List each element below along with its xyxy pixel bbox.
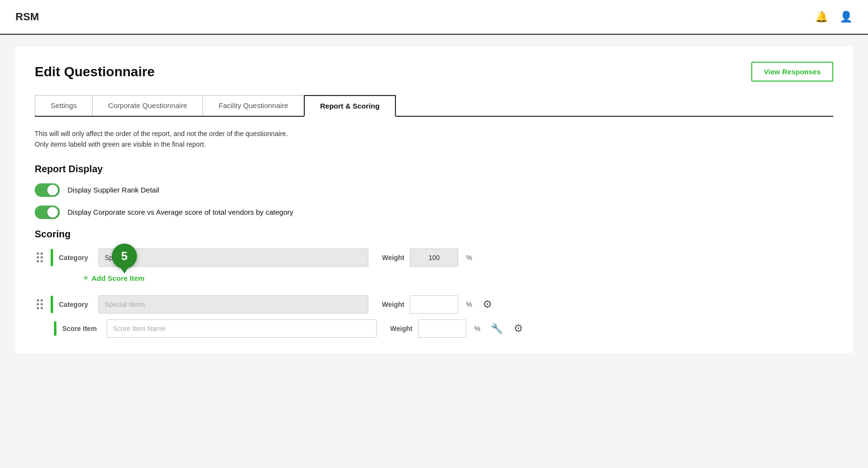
drag-dot <box>37 256 39 259</box>
tabs-container: Settings Corporate Questionnaire Facilit… <box>35 95 833 117</box>
weight-label-2: Weight <box>382 301 404 308</box>
score-weight-input[interactable] <box>418 319 466 338</box>
page-title: Edit Questionnaire <box>35 64 155 80</box>
drag-dot <box>37 303 39 305</box>
user-icon[interactable]: 👤 <box>840 11 853 23</box>
scoring-section: Scoring Category Weight <box>35 229 833 338</box>
report-display-title: Report Display <box>35 164 833 175</box>
toggle-track-2 <box>35 206 60 219</box>
drag-dot <box>37 252 39 255</box>
drag-dot <box>37 260 39 262</box>
main-content: Edit Questionnaire View Responses Settin… <box>15 46 853 353</box>
category-input-1[interactable] <box>98 248 368 267</box>
category-label-1: Category <box>59 254 93 262</box>
top-nav: RSM 🔔 👤 <box>0 0 868 35</box>
drag-dot <box>41 260 43 262</box>
nav-icons: 🔔 👤 <box>815 11 853 23</box>
toggle-label-2: Display Corporate score vs Average score… <box>68 208 293 216</box>
tab-settings[interactable]: Settings <box>35 95 93 116</box>
toggle-corporate-score[interactable] <box>35 206 60 219</box>
add-score-item-button[interactable]: + Add Score Item <box>83 273 145 284</box>
drag-dot <box>41 252 43 255</box>
drag-dot <box>37 299 39 302</box>
toggle-row-2: Display Corporate score vs Average score… <box>35 206 833 219</box>
toggle-track-1 <box>35 183 60 197</box>
score-item-input[interactable] <box>107 319 377 338</box>
category-row-2: Category Weight % ⚙ <box>35 295 833 314</box>
wrench-icon[interactable]: 🔧 <box>491 323 503 334</box>
green-bar-score <box>54 321 56 336</box>
tab-corporate-questionnaire[interactable]: Corporate Questionnaire <box>92 95 203 116</box>
brand-logo: RSM <box>15 11 815 23</box>
drag-handle-1[interactable] <box>35 250 45 264</box>
report-display-section: Report Display Display Supplier Rank Det… <box>35 164 833 219</box>
toggle-row-1: Display Supplier Rank Detail <box>35 183 833 197</box>
step-badge: 5 <box>112 244 137 269</box>
percent-label-2: % <box>466 301 472 308</box>
score-item-label: Score Item <box>62 325 101 332</box>
toggle-thumb-1 <box>47 185 58 195</box>
category-label-2: Category <box>59 301 93 308</box>
drag-dot <box>41 307 43 309</box>
score-percent-label: % <box>474 325 480 332</box>
weight-input-1[interactable] <box>410 248 458 267</box>
toggle-supplier-rank[interactable] <box>35 183 60 197</box>
score-weight-label: Weight <box>390 325 412 332</box>
weight-label-1: Weight <box>382 254 404 262</box>
toggle-label-1: Display Supplier Rank Detail <box>68 186 159 194</box>
toggle-thumb-2 <box>47 207 58 218</box>
description-block: This will will only affect the order of … <box>35 128 833 150</box>
category-row-1: Category Weight % <box>35 248 833 267</box>
green-bar-2 <box>51 296 53 313</box>
add-plus-icon: + <box>83 273 89 284</box>
badge-container: + Add Score Item 5 <box>83 273 145 284</box>
tab-facility-questionnaire[interactable]: Facility Questionnaire <box>203 95 304 116</box>
drag-dot <box>41 299 43 302</box>
drag-handle-2[interactable] <box>35 297 45 311</box>
green-bar-1 <box>51 249 53 266</box>
drag-dot <box>37 307 39 309</box>
score-item-row: Score Item Weight % 🔧 ⚙ <box>54 319 833 338</box>
weight-input-2[interactable] <box>410 295 458 314</box>
notification-icon[interactable]: 🔔 <box>815 11 828 23</box>
settings-gear-icon[interactable]: ⚙ <box>483 298 492 311</box>
description-line2: Only items labeld with green are visible… <box>35 139 833 150</box>
scoring-title: Scoring <box>35 229 833 240</box>
description-line1: This will will only affect the order of … <box>35 128 833 139</box>
score-gear-icon[interactable]: ⚙ <box>514 322 523 335</box>
add-score-row: + Add Score Item 5 <box>83 273 833 284</box>
tab-report-scoring[interactable]: Report & Scoring <box>304 95 396 117</box>
page-header: Edit Questionnaire View Responses <box>35 62 833 82</box>
drag-dot <box>41 256 43 259</box>
add-score-item-label: Add Score Item <box>92 274 145 282</box>
category-input-2[interactable] <box>98 295 368 314</box>
drag-dot <box>41 303 43 305</box>
view-responses-button[interactable]: View Responses <box>751 62 833 82</box>
percent-label-1: % <box>466 254 472 262</box>
